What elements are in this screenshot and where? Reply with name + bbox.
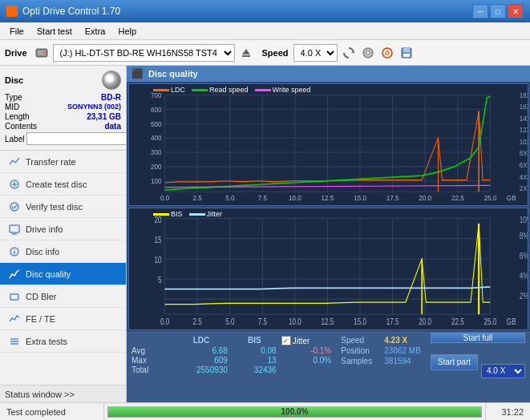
drive-select[interactable]: (J:) HL-DT-ST BD-RE WH16NS58 TST4 xyxy=(53,44,235,62)
jitter-color xyxy=(189,213,205,216)
sidebar-item-create-test-disc[interactable]: Create test disc xyxy=(0,173,126,196)
svg-text:22.5: 22.5 xyxy=(451,194,464,202)
disc-type-row: Type BD-R xyxy=(5,93,121,102)
quality-icon: ⬛ xyxy=(131,68,144,79)
titlebar-title: Opti Drive Control 1.70 xyxy=(6,6,120,17)
sidebar-item-disc-quality[interactable]: Disc quality xyxy=(0,263,126,285)
sidebar-item-fe-te[interactable]: FE / TE xyxy=(0,308,126,330)
disc-panel: Disc Type BD-R MID SONYNN3 (002) Length … xyxy=(0,66,126,151)
svg-text:GB: GB xyxy=(507,194,516,202)
disc-info-icon xyxy=(8,245,21,258)
svg-text:18X: 18X xyxy=(520,91,528,99)
svg-point-9 xyxy=(386,51,389,55)
bis-legend: BIS xyxy=(153,210,183,218)
time-display: 31:22 xyxy=(486,407,530,417)
disc-contents-row: Contents data xyxy=(5,122,121,131)
test-speed-select[interactable]: 4.0 X xyxy=(481,364,525,378)
disc-quality-icon xyxy=(8,268,21,281)
burn-icon[interactable] xyxy=(379,45,395,61)
menu-start-test[interactable]: Start test xyxy=(30,25,79,38)
read-speed-legend: Read speed xyxy=(192,86,249,94)
write-speed-legend: Write speed xyxy=(255,86,311,94)
titlebar: Opti Drive Control 1.70 ─ □ ✕ xyxy=(0,0,530,22)
save-icon[interactable] xyxy=(399,45,415,61)
progress-text: 100.0% xyxy=(108,407,481,417)
svg-text:4X: 4X xyxy=(520,172,528,180)
chart1-legend: LDC Read speed Write speed xyxy=(153,86,310,94)
svg-text:2X: 2X xyxy=(520,184,528,192)
speed-info: Speed 4.23 X Position 23862 MB Samples 3… xyxy=(336,333,426,378)
svg-rect-12 xyxy=(403,54,410,57)
disc-icon[interactable] xyxy=(360,45,376,61)
sidebar: Disc Type BD-R MID SONYNN3 (002) Length … xyxy=(0,66,127,402)
minimize-button[interactable]: ─ xyxy=(472,4,488,18)
chart1-container: LDC Read speed Write speed xyxy=(128,83,528,206)
disc-label-input[interactable] xyxy=(26,132,127,145)
ldc-legend: LDC xyxy=(153,86,185,94)
read-speed-color xyxy=(192,89,208,91)
disc-quality-header: ⬛ Disc quality xyxy=(127,66,530,82)
svg-text:10: 10 xyxy=(155,256,162,265)
svg-text:600: 600 xyxy=(151,105,162,113)
eject-button[interactable] xyxy=(238,45,254,61)
disc-mid-row: MID SONYNN3 (002) xyxy=(5,103,121,111)
start-part-button[interactable]: Start part xyxy=(431,354,478,370)
disc-label-row: Label xyxy=(5,132,121,145)
svg-text:16X: 16X xyxy=(520,103,528,111)
write-speed-color xyxy=(255,89,271,91)
speed-label: Speed xyxy=(262,48,289,58)
svg-text:100: 100 xyxy=(151,177,162,185)
progress-bar-bg: 100.0% xyxy=(107,406,482,418)
svg-text:8%: 8% xyxy=(520,232,528,240)
close-button[interactable]: ✕ xyxy=(508,4,524,18)
svg-text:6%: 6% xyxy=(520,252,528,260)
disc-length-row: Length 23,31 GB xyxy=(5,112,121,121)
svg-text:25.0: 25.0 xyxy=(483,317,496,326)
svg-text:12X: 12X xyxy=(520,126,528,134)
chart1-svg: 700 600 500 400 300 200 100 0.0 2.5 5.0 … xyxy=(129,84,528,205)
sidebar-item-disc-info[interactable]: Disc info xyxy=(0,240,126,263)
svg-rect-19 xyxy=(10,225,19,232)
svg-text:8X: 8X xyxy=(520,149,528,157)
start-full-button[interactable]: Start full xyxy=(431,333,525,343)
main-layout: Disc Type BD-R MID SONYNN3 (002) Length … xyxy=(0,66,530,402)
toolbar: Drive (J:) HL-DT-ST BD-RE WH16NS58 TST4 … xyxy=(0,40,530,66)
fe-te-icon xyxy=(8,313,21,325)
svg-text:25.0: 25.0 xyxy=(483,194,496,202)
svg-text:17.5: 17.5 xyxy=(386,194,399,202)
status-window-button[interactable]: Status window >> xyxy=(0,385,126,402)
jitter-checkbox[interactable]: ✓ xyxy=(281,336,291,345)
svg-text:2.5: 2.5 xyxy=(193,317,202,326)
sidebar-item-cd-bler[interactable]: CD Bler xyxy=(0,285,126,308)
status-text: Test completed xyxy=(0,403,104,420)
svg-text:500: 500 xyxy=(151,119,162,127)
stats-row: LDC BIS ✓ Jitter Avg 6.68 0.08 -0.1% Max… xyxy=(127,333,530,378)
svg-rect-11 xyxy=(403,48,410,52)
sidebar-item-drive-info[interactable]: Drive info xyxy=(0,218,126,240)
bis-color xyxy=(153,213,169,216)
svg-text:2.5: 2.5 xyxy=(193,194,203,202)
verify-disc-icon xyxy=(8,200,21,213)
stats-table: LDC BIS ✓ Jitter Avg 6.68 0.08 -0.1% Max… xyxy=(127,333,336,378)
svg-text:400: 400 xyxy=(151,134,162,142)
svg-text:6X: 6X xyxy=(520,161,528,169)
maximize-button[interactable]: □ xyxy=(490,4,506,18)
content-area: ⬛ Disc quality LDC Read speed xyxy=(127,66,530,402)
disc-section-label: Disc xyxy=(5,75,23,85)
svg-text:2%: 2% xyxy=(520,292,528,301)
svg-text:20.0: 20.0 xyxy=(419,317,431,326)
quality-title: Disc quality xyxy=(148,69,198,79)
speed-select[interactable]: 4.0 X xyxy=(293,44,338,62)
sidebar-item-verify-test-disc[interactable]: Verify test disc xyxy=(0,196,126,218)
svg-text:12.5: 12.5 xyxy=(322,317,334,326)
menu-file[interactable]: File xyxy=(3,25,30,38)
menu-extra[interactable]: Extra xyxy=(79,25,112,38)
sidebar-item-transfer-rate[interactable]: Transfer rate xyxy=(0,151,126,173)
sidebar-nav: Transfer rate Create test disc Verify te… xyxy=(0,151,126,385)
transfer-rate-icon xyxy=(8,155,21,168)
refresh-icon[interactable] xyxy=(341,45,357,61)
svg-text:10.0: 10.0 xyxy=(289,317,301,326)
svg-text:14X: 14X xyxy=(520,114,528,122)
menu-help[interactable]: Help xyxy=(111,25,143,38)
sidebar-item-extra-tests[interactable]: Extra tests xyxy=(0,330,126,353)
